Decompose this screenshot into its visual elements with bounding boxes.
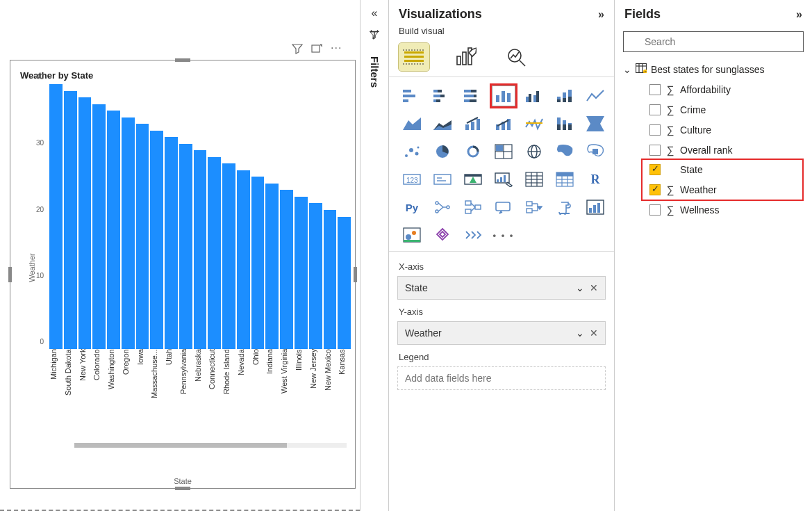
viz-type-icon[interactable] [431,225,454,245]
viz-type-icon[interactable] [431,113,454,134]
viz-type-icon[interactable] [583,141,607,162]
viz-type-icon[interactable] [431,197,454,218]
field-row[interactable]: ∑Crime [620,99,806,120]
chart-bar[interactable] [338,217,351,350]
collapse-viz-icon[interactable]: » [598,8,604,21]
viz-type-icon[interactable] [461,225,485,245]
field-checkbox[interactable] [649,164,661,175]
viz-type-icon[interactable] [553,141,577,162]
viz-type-icon[interactable]: 123 [400,169,424,190]
viz-type-icon[interactable] [400,225,424,245]
viz-type-icon[interactable] [583,113,607,134]
chart-bar[interactable] [309,203,322,349]
viz-type-icon[interactable] [461,113,485,134]
resize-handle[interactable] [175,58,190,62]
chart-visual[interactable]: Weather by State Weather 010203040 Michi… [10,60,356,489]
chart-bar[interactable] [222,163,235,349]
field-row[interactable]: ∑Wellness [620,200,806,220]
chart-bar[interactable] [179,144,192,349]
chart-bar[interactable] [280,190,293,349]
chart-bar[interactable] [136,124,149,349]
viz-type-icon[interactable] [431,141,454,162]
chart-bar[interactable] [107,111,120,349]
chart-bar[interactable] [265,184,279,349]
build-visual-tab[interactable] [399,43,429,71]
viz-type-icon[interactable] [461,141,485,162]
chart-bar[interactable] [122,117,135,349]
viz-type-icon[interactable] [461,197,485,218]
field-row[interactable]: ∑Overall rank [620,140,806,160]
format-visual-tab[interactable] [450,43,481,71]
field-row[interactable]: ∑Weather [620,179,806,200]
chart-bar[interactable] [208,157,221,349]
viz-type-icon[interactable] [522,86,546,106]
viz-type-icon[interactable] [492,169,515,190]
viz-type-icon[interactable] [461,169,485,190]
chart-bar[interactable] [324,210,337,349]
field-checkbox[interactable] [649,84,661,95]
viz-type-icon[interactable] [553,113,577,134]
collapse-fields-icon[interactable]: » [796,8,802,21]
resize-handle[interactable] [8,267,12,282]
viz-type-icon[interactable]: • • • [492,225,515,245]
field-checkbox[interactable] [649,124,661,136]
viz-type-icon[interactable] [522,113,546,134]
chart-scrollbar[interactable] [74,443,347,448]
collapse-filters-icon[interactable]: « [372,7,378,19]
field-checkbox[interactable] [649,184,661,195]
viz-type-icon[interactable] [492,113,515,134]
viz-type-icon[interactable] [522,141,546,162]
remove-field-icon[interactable]: ✕ [590,327,598,339]
more-options-icon[interactable]: ··· [331,43,342,54]
viz-type-icon[interactable] [400,113,424,134]
viz-type-icon[interactable] [431,86,454,106]
legend-well[interactable]: Add data fields here [397,366,606,390]
filter-icon[interactable] [292,43,303,56]
chart-bar[interactable] [64,91,77,349]
viz-type-icon[interactable] [400,141,424,162]
viz-type-icon[interactable] [553,169,577,190]
viz-type-icon[interactable] [461,86,485,106]
viz-type-icon[interactable] [583,197,607,218]
chevron-down-icon[interactable]: ⌄ [576,327,584,339]
chart-bar[interactable] [92,104,106,349]
filters-pane-label[interactable]: Filters [369,54,381,88]
viz-type-icon[interactable] [492,197,515,218]
chart-bar[interactable] [49,84,63,349]
chart-bar[interactable] [78,97,92,349]
x-axis-well[interactable]: State ⌄✕ [397,276,606,300]
field-checkbox[interactable] [649,104,661,115]
viz-type-icon[interactable] [492,86,515,106]
chart-bar[interactable] [150,131,163,349]
viz-type-icon[interactable] [431,169,454,190]
focus-mode-icon[interactable] [311,43,322,56]
chart-bar[interactable] [194,150,207,349]
chart-bar[interactable] [237,170,250,349]
chart-bar[interactable] [251,177,265,349]
remove-field-icon[interactable]: ✕ [590,282,598,293]
chart-bar[interactable] [295,197,308,349]
field-checkbox[interactable] [649,204,661,216]
resize-handle[interactable] [175,487,190,490]
viz-type-icon[interactable] [400,86,424,106]
viz-type-icon[interactable]: R [583,169,607,190]
field-row[interactable]: ∑Affordability [620,79,806,99]
table-node[interactable]: ⌄ Best states for sunglasses [620,59,806,79]
viz-type-icon[interactable] [522,169,546,190]
search-input[interactable] [623,31,804,52]
resize-handle[interactable] [354,267,357,282]
chevron-down-icon[interactable]: ⌄ [576,282,584,293]
field-checkbox[interactable] [649,145,661,156]
filter-pane-icon[interactable] [368,29,381,44]
field-row[interactable]: State [620,160,806,179]
analytics-tab[interactable] [502,43,532,71]
viz-type-icon[interactable] [583,86,607,106]
chart-bar[interactable] [165,137,178,349]
viz-type-icon[interactable] [522,197,546,218]
viz-type-icon[interactable] [553,86,577,106]
viz-type-icon[interactable]: Py [400,197,424,218]
viz-type-icon[interactable] [492,141,515,162]
viz-type-icon[interactable] [553,197,577,218]
field-row[interactable]: ∑Culture [620,120,806,140]
y-axis-well[interactable]: Weather ⌄✕ [397,321,606,345]
